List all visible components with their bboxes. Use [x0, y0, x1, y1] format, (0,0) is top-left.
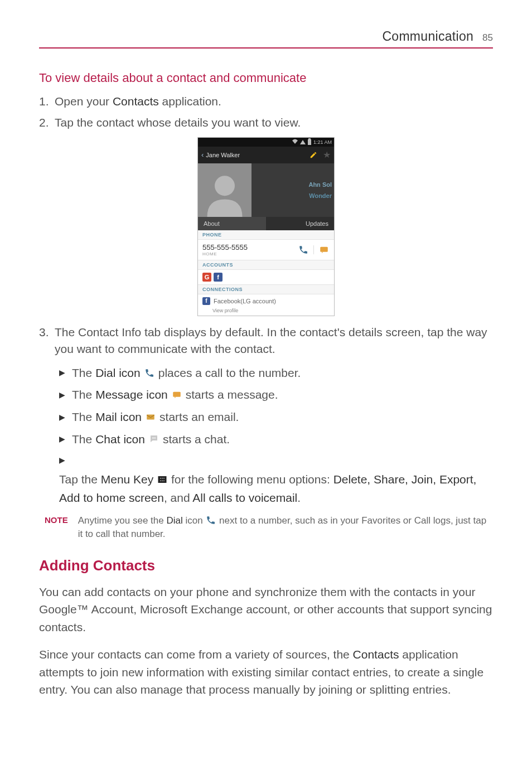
note-label: NOTE	[45, 514, 68, 525]
accounts-row: G f	[198, 270, 334, 285]
phone-type: HOME	[202, 251, 248, 256]
svg-rect-2	[173, 392, 181, 397]
avatar	[198, 163, 252, 217]
bullet-icon: ▶	[59, 433, 65, 445]
step-3: 3. The Contact Info tab displays by defa…	[39, 324, 493, 358]
menu-key-label: Menu Key	[101, 473, 154, 486]
bullet-text: Tap the	[59, 473, 101, 486]
edit-icon[interactable]	[309, 151, 317, 159]
svg-point-12	[162, 480, 163, 481]
dial-icon-label: Dial icon	[95, 364, 141, 382]
linked-name-2: Wonder	[309, 192, 332, 199]
menu-key-icon	[157, 474, 168, 485]
bullet-menu: ▶ Tap the Menu Key for the following men…	[59, 454, 493, 507]
wifi-icon	[292, 139, 298, 146]
svg-point-6	[154, 438, 156, 439]
facebook-connection-row[interactable]: f Facebook(LG account)	[198, 294, 334, 308]
facebook-account-icon: f	[214, 273, 223, 282]
profile-side: Ahn Sol Wonder	[252, 163, 334, 217]
message-icon-label: Message icon	[95, 385, 168, 404]
status-time: 1:21 AM	[313, 139, 332, 145]
bullet-message: ▶ The Message icon starts a message.	[59, 385, 493, 404]
header-section: Communication	[382, 29, 473, 44]
step-number: 3.	[39, 324, 55, 358]
bullet-text-tail: starts a chat.	[163, 430, 230, 449]
step-2: 2. Tap the contact whose details you wan…	[39, 114, 493, 131]
bullet-text: The	[72, 364, 92, 382]
page-header: Communication 85	[39, 29, 493, 49]
bullet-text-tail: places a call to the number.	[158, 364, 301, 382]
bullet-icon: ▶	[59, 366, 65, 379]
svg-point-5	[153, 438, 154, 439]
svg-rect-7	[158, 476, 167, 483]
svg-rect-3	[147, 414, 154, 419]
message-icon[interactable]	[318, 244, 330, 255]
tab-updates[interactable]: Updates	[266, 217, 334, 230]
note-text: Anytime you see the	[78, 515, 167, 526]
header-page-number: 85	[482, 32, 493, 43]
bullet-text-tail: starts a message.	[186, 385, 278, 404]
message-icon	[171, 389, 182, 400]
svg-point-13	[163, 480, 165, 481]
battery-icon	[308, 139, 311, 145]
contact-detail-screenshot: 1:21 AM ‹ Jane Walker ★	[197, 137, 335, 316]
svg-point-4	[152, 438, 153, 439]
para2-a: Since your contacts can come from a vari…	[39, 648, 353, 661]
bullet-icon: ▶	[59, 411, 65, 423]
bullet-list: ▶ The Dial icon places a call to the num…	[59, 364, 493, 507]
dial-icon[interactable]	[298, 244, 309, 255]
bullet-text-tail: starts an email.	[159, 408, 239, 427]
bullet-mail: ▶ The Mail icon starts an email.	[59, 408, 493, 427]
note: NOTE Anytime you see the Dial icon next …	[45, 514, 493, 541]
contacts-app-label: Contacts	[353, 648, 399, 661]
accounts-section-label: ACCOUNTS	[198, 260, 334, 270]
contact-name: Jane Walker	[206, 152, 240, 158]
mail-icon-label: Mail icon	[95, 408, 142, 427]
section-heading: To view details about a contact and comm…	[39, 71, 493, 85]
back-icon[interactable]: ‹	[201, 151, 204, 159]
page: Communication 85 To view details about a…	[0, 0, 532, 765]
favorite-star-icon[interactable]: ★	[323, 149, 331, 160]
svg-point-10	[163, 477, 165, 478]
step-text: Open your	[55, 95, 113, 108]
phone-number: 555-555-5555	[202, 243, 248, 251]
connections-section-label: CONNECTIONS	[198, 285, 334, 294]
title-bar: ‹ Jane Walker ★	[198, 147, 334, 163]
contacts-app-label: Contacts	[113, 95, 159, 108]
adding-contacts-heading: Adding Contacts	[39, 557, 493, 574]
profile-area: Ahn Sol Wonder	[198, 163, 334, 217]
step-1: 1. Open your Contacts application.	[39, 93, 493, 110]
menu-option-voicemail: All calls to voicemail	[192, 491, 297, 504]
facebook-icon: f	[202, 297, 210, 305]
screenshot-container: 1:21 AM ‹ Jane Walker ★	[39, 137, 493, 316]
bullet-text-period: .	[297, 491, 301, 504]
bullet-text-mid: for the following menu options:	[171, 473, 333, 486]
bullet-dial: ▶ The Dial icon places a call to the num…	[59, 364, 493, 382]
view-profile-link[interactable]: View profile	[198, 308, 334, 316]
bullet-chat: ▶ The Chat icon starts a chat.	[59, 430, 493, 449]
svg-point-9	[162, 477, 163, 478]
phone-section-label: PHONE	[198, 230, 334, 240]
svg-point-0	[215, 176, 235, 196]
mail-icon	[145, 411, 156, 423]
svg-point-11	[160, 480, 161, 481]
dial-icon	[205, 515, 216, 526]
tab-about[interactable]: About	[198, 217, 266, 230]
bullet-text: The	[72, 430, 92, 449]
dial-icon	[144, 367, 155, 379]
note-dial-label: Dial	[166, 515, 182, 526]
chat-icon-label: Chat icon	[95, 430, 145, 449]
svg-point-8	[160, 477, 161, 478]
step-number: 1.	[39, 93, 55, 110]
separator	[313, 245, 314, 254]
bullet-text: The	[72, 385, 92, 404]
facebook-account-text: Facebook(LG account)	[214, 298, 276, 304]
step-text: Tap the contact whose details you want t…	[55, 114, 493, 131]
phone-row: 555-555-5555 HOME	[198, 240, 334, 260]
status-bar: 1:21 AM	[198, 138, 334, 147]
step-text: The Contact Info tab displays by default…	[55, 324, 493, 358]
bullet-text-and: , and	[164, 491, 192, 504]
bullet-icon: ▶	[59, 454, 65, 466]
note-text-2: icon	[183, 515, 206, 526]
step-text-tail: application.	[159, 95, 221, 108]
